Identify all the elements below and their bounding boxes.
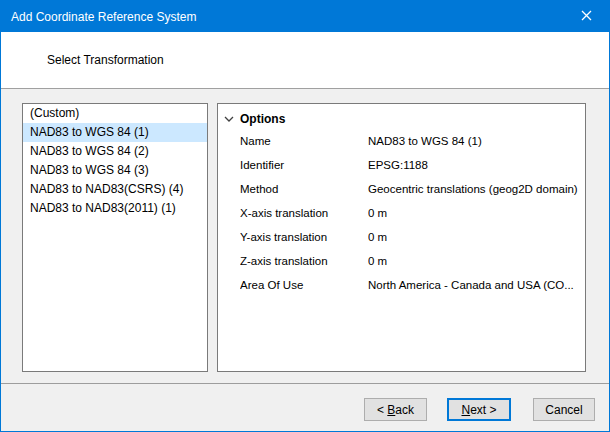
option-value: 0 m [368,225,585,249]
options-row[interactable]: NameNAD83 to WGS 84 (1) [218,129,585,153]
list-item[interactable]: (Custom) [23,104,207,123]
cancel-button[interactable]: Cancel [533,398,595,421]
option-value: North America - Canada and USA (CO... [368,273,585,297]
dialog-window: Add Coordinate Reference System Select T… [0,0,610,432]
list-item[interactable]: NAD83 to NAD83(CSRS) (4) [23,180,207,199]
options-row[interactable]: X-axis translation0 m [218,201,585,225]
transformation-list[interactable]: (Custom)NAD83 to WGS 84 (1)NAD83 to WGS … [22,103,208,372]
option-label: Y-axis translation [240,225,368,249]
options-row[interactable]: IdentifierEPSG:1188 [218,153,585,177]
option-label: Method [240,177,368,201]
window-title: Add Coordinate Reference System [1,10,196,24]
options-grid: NameNAD83 to WGS 84 (1)IdentifierEPSG:11… [218,129,585,297]
close-button[interactable] [564,1,609,32]
options-panel: Options NameNAD83 to WGS 84 (1)Identifie… [217,103,586,372]
options-row[interactable]: Area Of UseNorth America - Canada and US… [218,273,585,297]
next-button[interactable]: Next > [447,398,511,421]
list-item[interactable]: NAD83 to NAD83(2011) (1) [23,199,207,218]
wizard-subtitle: Select Transformation [47,32,164,88]
option-value: Geocentric translations (geog2D domain) [368,177,585,201]
option-value: EPSG:1188 [368,153,585,177]
option-label: Area Of Use [240,273,368,297]
options-row[interactable]: Y-axis translation0 m [218,225,585,249]
back-button[interactable]: < Back [364,398,427,421]
close-icon [581,10,592,24]
cancel-button-label: Cancel [545,403,582,417]
options-row[interactable]: Z-axis translation0 m [218,249,585,273]
footer-separator [1,383,609,384]
wizard-header: Select Transformation [1,32,609,89]
options-group-header[interactable]: Options [218,109,585,129]
options-group-title: Options [240,109,285,129]
option-label: Identifier [240,153,368,177]
list-item[interactable]: NAD83 to WGS 84 (3) [23,161,207,180]
options-row[interactable]: MethodGeocentric translations (geog2D do… [218,177,585,201]
option-label: Z-axis translation [240,249,368,273]
option-label: Name [240,129,368,153]
option-value: 0 m [368,249,585,273]
chevron-down-icon[interactable] [218,116,240,122]
option-value: NAD83 to WGS 84 (1) [368,129,585,153]
option-value: 0 m [368,201,585,225]
list-item[interactable]: NAD83 to WGS 84 (2) [23,142,207,161]
option-label: X-axis translation [240,201,368,225]
list-item[interactable]: NAD83 to WGS 84 (1) [23,123,207,142]
title-bar: Add Coordinate Reference System [1,1,609,32]
